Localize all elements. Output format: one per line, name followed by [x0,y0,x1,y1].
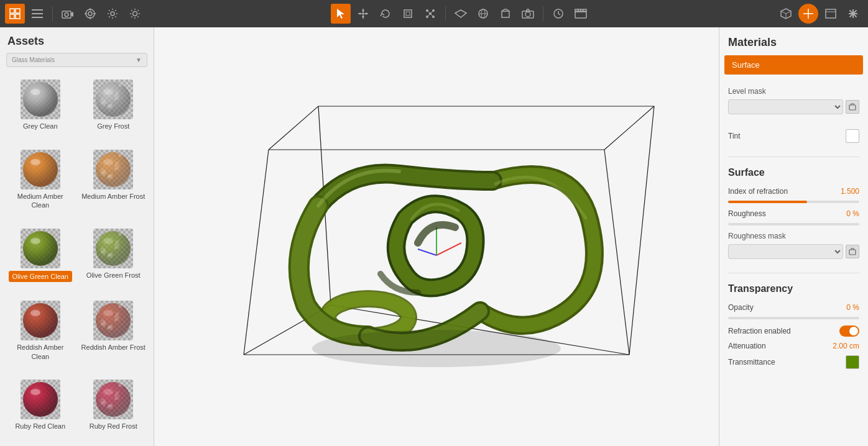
svg-rect-5 [32,13,43,14]
material-label-reddish-amber-frost: Reddish Amber Frost [81,343,145,352]
orange-circle-tool-btn[interactable] [798,4,818,24]
svg-line-43 [430,14,433,17]
material-item-ruby-red-clean[interactable]: Ruby Red Clean [5,376,76,444]
svg-point-182 [23,303,58,338]
material-item-reddish-amber-frost[interactable]: Reddish Amber Frost [78,297,149,373]
material-label-medium-amber-clean: Medium Amber Clean [7,192,73,210]
transmittance-label: Transmittance [728,358,775,366]
material-item-medium-amber-clean[interactable]: Medium Amber Clean [5,146,76,222]
level-mask-input-row [728,99,859,114]
opacity-slider-track[interactable] [728,317,859,319]
refraction-toggle[interactable] [839,325,859,337]
material-thumb-medium-amber-clean [21,150,60,189]
svg-rect-48 [502,11,509,17]
svg-point-136 [114,165,119,170]
camera-tool-btn[interactable] [58,4,78,24]
material-thumb-olive-green-clean [21,229,60,268]
clapboard-tool-btn[interactable] [571,4,591,24]
settings-tool-btn[interactable] [103,4,122,24]
svg-point-142 [103,159,113,165]
divider-2 [728,273,859,273]
grid-tool-btn[interactable] [5,4,25,24]
roughness-mask-label: Roughness mask [728,232,859,240]
viewport-content [154,27,719,446]
ior-label: Index of refraction [728,187,788,196]
materials-grid: Grey CleanGrey FrostMedium Amber CleanMe… [0,73,154,446]
material-item-grey-clean[interactable]: Grey Clean [5,76,76,143]
material-item-reddish-amber-clean[interactable]: Reddish Amber Clean [5,297,76,373]
level-mask-section: Level mask [719,82,868,124]
roughness-label: Roughness [728,209,766,218]
frame-tool-btn[interactable] [821,4,841,24]
sphere-tool-btn[interactable] [473,4,493,24]
roughness-slider-track[interactable] [728,223,859,225]
material-item-grey-frost[interactable]: Grey Frost [78,76,149,143]
ior-slider-fill [728,201,807,203]
svg-rect-2 [10,14,14,19]
roughness-mask-file-btn[interactable] [846,245,859,258]
svg-line-64 [786,11,791,14]
select-tool-btn[interactable] [331,4,351,24]
material-item-ruby-red-frost[interactable]: Ruby Red Frost [78,376,149,444]
svg-point-205 [108,326,110,329]
svg-line-42 [427,14,430,17]
svg-marker-29 [362,9,364,11]
right-panel: Materials Surface Level mask Tint Surfac… [719,27,868,446]
transmittance-color-swatch[interactable] [846,355,859,369]
level-mask-file-btn[interactable] [846,100,859,114]
viewport[interactable] [154,27,719,446]
svg-point-176 [103,238,113,244]
material-thumb-olive-green-frost [93,229,133,268]
target-tool-btn[interactable] [80,4,100,24]
svg-point-148 [23,231,58,266]
svg-point-208 [101,323,103,325]
glass-materials-dropdown[interactable]: Glass Materials ▼ [6,53,147,67]
svg-point-243 [103,401,107,404]
roughness-mask-select[interactable] [728,244,843,259]
material-label-grey-clean: Grey Clean [23,122,58,130]
left-panel: Assets Glass Materials ▼ Grey CleanGrey … [0,27,154,446]
asterisk-tool-btn[interactable] [843,4,863,24]
svg-point-115 [30,159,40,165]
add-plane-tool-btn[interactable] [451,4,471,24]
object-tool-btn[interactable] [496,4,515,24]
level-mask-select[interactable] [728,99,843,114]
svg-line-40 [427,11,430,14]
move-tool-btn[interactable] [353,4,373,24]
svg-line-56 [558,14,560,15]
hamburger-tool-btn[interactable] [27,4,47,24]
material-label-medium-amber-frost: Medium Amber Frost [81,192,145,201]
transparency-props-section: Opacity 0 % Refraction enabled Attenuati… [719,298,868,379]
opacity-label: Opacity [728,303,754,312]
dropdown-label: Glass Materials [12,57,55,63]
svg-line-249 [269,106,318,150]
surface-button[interactable]: Surface [724,55,863,75]
clock-tool-btn[interactable] [548,4,568,24]
toolbar-center-group [145,4,776,24]
svg-point-17 [133,12,137,16]
rotate-tool-btn[interactable] [376,4,395,24]
material-item-olive-green-frost[interactable]: Olive Green Frost [78,225,149,295]
ior-slider-track[interactable] [728,201,859,203]
svg-rect-7 [62,11,71,18]
sun-tool-btn[interactable] [125,4,145,24]
material-item-medium-amber-frost[interactable]: Medium Amber Frost [78,146,149,222]
svg-marker-32 [366,12,368,15]
svg-rect-3 [16,14,20,19]
svg-point-217 [30,389,40,395]
camera2-tool-btn[interactable] [518,4,538,24]
attenuation-label: Attenuation [728,342,766,350]
tint-color-swatch[interactable] [846,129,859,143]
ior-value: 1.500 [841,187,859,196]
svg-point-149 [30,238,40,244]
nodes-tool-btn[interactable] [420,4,440,24]
material-item-olive-green-clean[interactable]: Olive Green Clean [5,225,76,295]
tint-label: Tint [728,132,741,140]
transmittance-row: Transmittance [728,355,859,369]
toolbar-separator-2 [445,6,446,21]
svg-point-80 [23,82,58,117]
scale-tool-btn[interactable] [398,4,418,24]
cube-tool-btn[interactable] [776,4,796,24]
svg-rect-1 [16,9,20,13]
svg-point-238 [114,395,119,400]
